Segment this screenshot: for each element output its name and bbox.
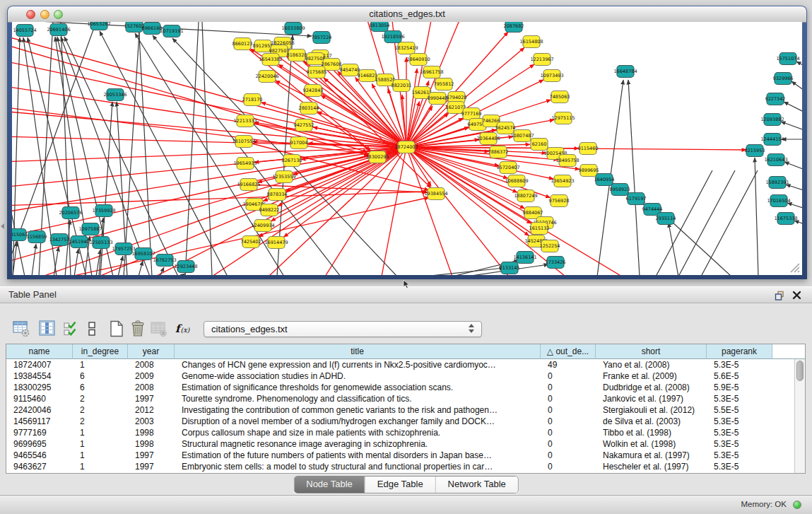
function-builder-icon[interactable]: f (x) [174,320,192,338]
graph-node[interactable]: 10719191 [160,25,183,37]
graph-node[interactable]: 1640954 [594,174,615,186]
tab-edge-table[interactable]: Edge Table [365,477,435,493]
vertical-scrollbar[interactable] [794,359,805,473]
graph-node[interactable]: 15892391 [765,177,789,189]
column-header-year[interactable]: year [128,344,175,359]
graph-node[interactable]: 17359928 [92,205,115,217]
graph-node[interactable]: 18495758 [555,155,579,167]
graph-node[interactable]: 18107554 [232,136,255,148]
column-header-pagerank[interactable]: pagerank [707,344,772,359]
graph-node[interactable]: 7485063 [550,91,570,103]
delete-column-icon[interactable] [129,320,147,338]
graph-node[interactable]: 18325419 [394,42,418,54]
graph-node[interactable]: 12975115 [551,112,575,124]
graph-node[interactable]: 1615132 [529,223,550,235]
graph-node[interactable]: 20206576 [59,207,82,219]
graph-node[interactable]: 917004 [290,137,308,149]
graph-node[interactable]: 10973493 [540,70,563,82]
table-row[interactable]: 946554611997Estimation of the future num… [6,450,794,461]
graph-node[interactable]: 9756928 [549,195,570,207]
table-row[interactable]: 969969511998Structural magnetic resonanc… [6,438,794,450]
graph-node[interactable]: 9498222 [259,204,280,216]
graph-node[interactable]: 15720407 [496,162,519,174]
graph-node[interactable]: 11675338 [774,213,797,225]
graph-node[interactable]: 16154808 [519,36,543,48]
graph-node[interactable]: 2935114 [656,213,676,225]
graph-node[interactable]: 16648784 [613,66,637,78]
graph-node[interactable]: 6179197 [626,193,647,205]
graph-node[interactable]: 8267130 [282,155,302,167]
row-height-icon[interactable] [83,320,101,338]
graph-node[interactable]: 18300295 [365,151,389,163]
close-panel-icon[interactable] [792,290,802,300]
graph-node[interactable]: 2803144 [299,103,319,115]
column-header-in-degree[interactable]: in_degree [73,344,128,359]
graph-node[interactable]: 19218596 [381,31,404,43]
network-canvas[interactable]: 1872400718300295193845548660123891295518… [12,22,802,275]
graph-node[interactable]: 9329966 [773,73,794,85]
graph-node[interactable]: 1252254 [540,240,560,252]
graph-node[interactable]: 16782753 [153,255,176,267]
graph-node[interactable]: 12923448 [174,261,197,273]
graph-node[interactable]: 19384554 [424,188,447,200]
citation-network-graph[interactable]: 1872400718300295193845548660123891295518… [12,22,802,275]
tab-node-table[interactable]: Node Table [294,477,365,493]
graph-node[interactable]: 20053346 [103,89,126,101]
table-selector-dropdown[interactable]: citations_edges.txt [204,321,482,337]
graph-node[interactable]: 22420046 [255,71,278,83]
graph-node[interactable]: 9427552 [294,119,314,132]
graph-node[interactable]: 3624574 [495,122,516,134]
graph-node[interactable]: 16033809 [281,23,305,35]
graph-node[interactable]: 8186328 [287,49,307,62]
graph-node[interactable]: 12213333 [233,115,257,127]
float-panel-icon[interactable] [774,290,785,301]
new-column-icon[interactable] [107,320,126,338]
graph-node[interactable]: 8822031 [392,80,412,92]
graph-node[interactable]: 12213967 [530,54,553,66]
graph-node[interactable]: 10653287 [87,22,110,30]
graph-node[interactable]: 7955812 [434,78,454,90]
graph-node[interactable]: 12444154 [760,134,784,146]
graph-node[interactable]: 2133145 [500,262,520,274]
graph-node[interactable]: 20364486 [476,133,500,145]
graph-node[interactable]: 16958107 [131,248,155,260]
graph-node[interactable]: 17016504 [767,195,790,207]
graph-node[interactable]: 7425402 [241,236,261,248]
graph-node[interactable]: 8878334 [267,189,288,201]
table-settings-icon[interactable] [12,320,30,338]
graph-node[interactable]: 19654935 [233,158,257,170]
table-row[interactable]: 1830029562008Estimation of significance … [6,382,794,393]
splitter-collapse-arrow[interactable] [1,223,4,229]
table-row[interactable]: 1872400712008Changes of HCN gene express… [6,359,794,370]
delete-table-icon[interactable] [150,320,168,338]
column-header-name[interactable]: name [6,344,73,359]
graph-node[interactable]: 13654923 [551,175,574,187]
graph-node[interactable]: 20691406 [47,24,70,36]
table-row[interactable]: 1938455462009Genome-wide association stu… [6,370,794,382]
graph-node[interactable]: 2718170 [242,94,263,106]
graph-node[interactable]: 8958923 [610,184,630,196]
table-row[interactable]: 2242004622012Investigating the contribut… [6,404,794,416]
graph-node[interactable]: 9899695 [579,165,599,177]
graph-node[interactable]: 1451940 [69,236,90,248]
table-row[interactable]: 911546021997Tourette syndrome. Phenomeno… [6,393,794,404]
graph-node[interactable]: 12409934 [251,220,274,232]
graph-node[interactable]: 1342757 [49,234,70,246]
graph-node[interactable]: 16914479 [264,237,288,249]
tab-network-table[interactable]: Network Table [435,477,518,493]
graph-node[interactable]: 1733426 [546,257,566,269]
graph-node[interactable]: 14136141 [513,252,536,264]
graph-node[interactable]: 8813054 [370,22,390,32]
graph-node[interactable]: 8990448 [428,93,448,105]
graph-node[interactable]: 8215953 [745,145,765,157]
graph-node[interactable]: 12353559 [272,171,295,183]
graph-node[interactable]: 9242843 [303,85,324,97]
graph-node[interactable]: 7857224 [312,32,332,44]
graph-node[interactable]: 6966160 [142,23,163,35]
window-resize-grip[interactable] [788,261,801,274]
network-window-titlebar[interactable]: citations_edges.txt [8,6,806,23]
graph-node[interactable]: 10688609 [505,175,528,187]
graph-node[interactable]: 18807249 [514,190,537,202]
column-header-short[interactable]: short [596,344,707,359]
graph-node[interactable]: 15751074 [776,53,799,65]
